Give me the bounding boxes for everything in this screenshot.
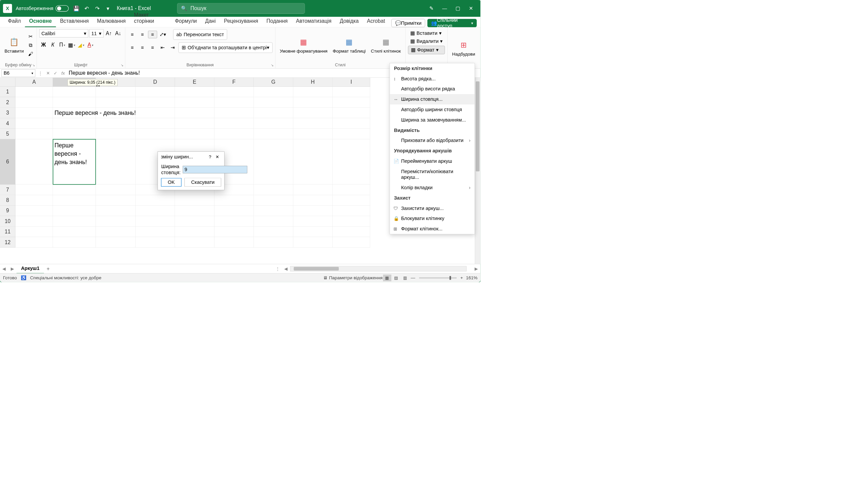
search-box[interactable]: 🔍 Пошук [177,3,305,14]
page-layout-view-icon[interactable]: ▤ [392,275,400,281]
row-header[interactable]: 7 [0,184,15,195]
row-header[interactable]: 4 [0,118,15,129]
align-middle-icon[interactable]: ≡ [138,31,147,38]
select-all-corner[interactable] [0,78,15,87]
tab-draw[interactable]: Малювання [93,16,130,28]
cell-b6[interactable]: Перше вересня - день знань! [53,139,96,185]
align-bottom-icon[interactable]: ≡ [148,31,157,38]
horizontal-scrollbar[interactable] [290,266,466,271]
wrap-text-button[interactable]: ab Переносити текст [173,29,227,39]
italic-button[interactable]: К [49,41,57,49]
cell-b3[interactable]: Перше вересня - день знань! [53,108,96,118]
sheet-nav-next[interactable]: ▶ [9,266,17,271]
tab-automate[interactable]: Автоматизація [292,16,336,28]
row-header[interactable]: 2 [0,97,15,108]
vertical-scrollbar[interactable] [475,78,481,264]
col-header-d[interactable]: D [136,78,175,87]
col-header-e[interactable]: E [175,78,214,87]
row-header[interactable]: 11 [0,226,15,237]
cancel-formula-icon[interactable]: ✕ [44,70,52,76]
dialog-ok-button[interactable]: OK [161,178,181,186]
increase-font-icon[interactable]: A↑ [105,29,113,37]
fx-icon[interactable]: fx [59,70,67,76]
dialog-close-button[interactable]: ✕ [214,154,221,159]
align-center-icon[interactable]: ≡ [138,44,147,51]
font-size-select[interactable]: 11▾ [89,29,104,37]
align-right-icon[interactable]: ≡ [148,44,157,51]
menu-rename-sheet[interactable]: 📄Перейменувати аркуш [390,156,475,166]
tab-layout[interactable]: Макет сторінки [130,10,171,28]
minimize-button[interactable]: — [438,4,451,13]
row-header[interactable]: 3 [0,108,15,118]
zoom-level[interactable]: 161% [466,275,477,281]
orientation-icon[interactable]: ⤢▾ [158,31,167,38]
decrease-indent-icon[interactable]: ⇤ [158,44,167,51]
conditional-formatting-button[interactable]: ▦Умовне форматування [278,35,330,55]
close-button[interactable]: ✕ [464,4,477,13]
row-header[interactable]: 10 [0,216,15,226]
zoom-out-button[interactable]: — [411,275,415,281]
col-header-f[interactable]: F [214,78,254,87]
undo-icon[interactable]: ↶ [83,4,91,13]
col-header-h[interactable]: H [293,78,333,87]
col-header-a[interactable]: A [15,78,53,87]
paste-button[interactable]: 📋 Вставити [3,35,26,55]
dialog-cancel-button[interactable]: Скасувати [185,178,221,186]
row-header[interactable]: 1 [0,87,15,97]
tab-file[interactable]: Файл [4,16,25,28]
col-header-i[interactable]: I [332,78,370,87]
menu-tab-color[interactable]: Колір вкладки› [390,182,475,193]
format-table-button[interactable]: ▦Формат таблиці [331,35,367,55]
format-cells-button[interactable]: ▦ Формат▾ [408,46,445,54]
bold-button[interactable]: Ж [39,41,48,49]
addins-button[interactable]: ⊞Надбудови [450,38,477,58]
tab-formulas[interactable]: Формули [171,16,201,28]
increase-indent-icon[interactable]: ⇥ [168,44,177,51]
tab-home[interactable]: Основне [25,16,55,28]
add-sheet-button[interactable]: + [44,265,52,272]
clipboard-launcher[interactable]: ↘ [32,63,35,67]
sheet-menu-icon[interactable]: ⋮ [273,266,282,271]
pen-icon[interactable]: ✎ [425,4,438,13]
menu-column-width[interactable]: ↔Ширина стовпця... [390,94,475,104]
tab-submit[interactable]: Подання [263,16,292,28]
fill-color-button[interactable]: ◢ [77,41,85,49]
tab-acrobat[interactable]: Acrobat [363,16,389,28]
qat-dropdown-icon[interactable]: ▾ [104,4,112,13]
maximize-button[interactable]: ▢ [451,4,464,13]
name-box[interactable]: B6▾ [1,69,35,77]
underline-button[interactable]: П [58,41,66,49]
zoom-slider[interactable] [419,277,457,278]
menu-format-cells[interactable]: ⊞Формат клітинок... [390,224,475,234]
format-painter-icon[interactable]: 🖌 [27,51,34,57]
font-name-select[interactable]: Calibri▾ [39,29,88,37]
col-header-g[interactable]: G [254,78,293,87]
border-button[interactable]: ▦ [67,41,76,49]
scroll-left-icon[interactable]: ◀ [282,266,290,271]
display-settings-icon[interactable]: 🖥 [323,275,328,281]
sheet-nav-prev[interactable]: ◀ [0,266,9,271]
redo-icon[interactable]: ↷ [93,4,101,13]
comments-button[interactable]: 💬 Примітки [392,19,425,28]
sheet-tab-1[interactable]: Аркуш1 [16,263,44,274]
menu-lock-cell[interactable]: 🔒Блокувати клітинку [390,213,475,224]
menu-protect-sheet[interactable]: 🛡Захистити аркуш... [390,203,475,213]
cut-icon[interactable]: ✂ [27,33,34,40]
font-launcher[interactable]: ↘ [121,63,123,67]
zoom-in-button[interactable]: + [460,275,463,281]
menu-default-width[interactable]: Ширина за замовчуванням... [390,115,475,125]
column-width-input[interactable] [183,166,247,173]
share-button[interactable]: 👥 Спільний доступ▾ [427,19,477,28]
insert-cells-button[interactable]: ▦ Вставити▾ [408,29,445,36]
tab-help[interactable]: Довідка [335,16,363,28]
cell-styles-button[interactable]: ▦Стилі клітинок [369,35,402,55]
copy-icon[interactable]: ⧉ [27,42,34,49]
display-settings-label[interactable]: Параметри відображення [329,275,383,281]
row-header[interactable]: 12 [0,237,15,247]
formula-menu-icon[interactable]: ⋮ [37,70,44,76]
menu-hide-unhide[interactable]: Приховати або відобразити› [390,135,475,146]
tab-review[interactable]: Рецензування [220,16,263,28]
align-top-icon[interactable]: ≡ [128,31,137,38]
menu-autofit-row[interactable]: Автодобір висоти рядка [390,84,475,94]
tab-data[interactable]: Дані [201,16,220,28]
